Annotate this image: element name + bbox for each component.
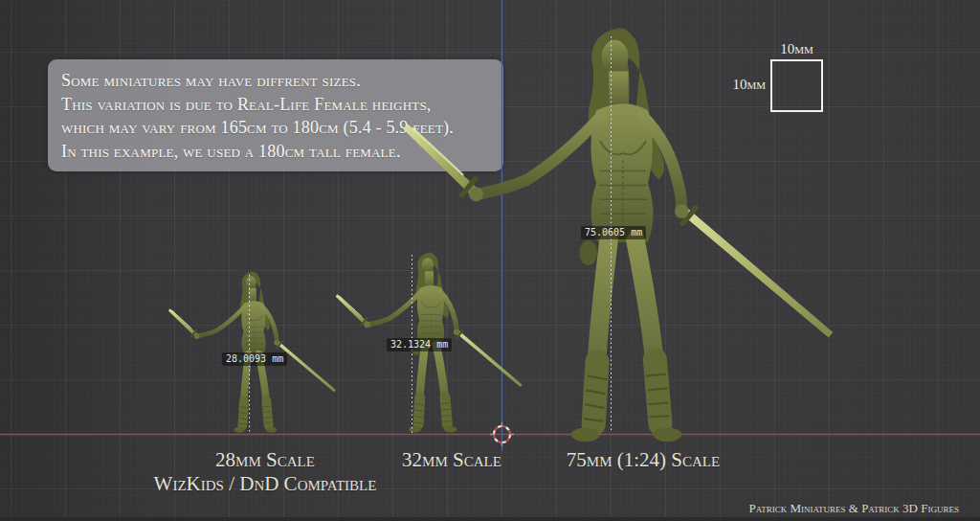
reference-square-top-label: 10mm [770,41,823,57]
scale-label-75mm: 75mm (1:24) Scale [567,448,720,472]
measurement-32mm: 32.1324 mm [387,338,452,351]
info-line-1: Some miniatures may have diffrent sizes. [61,69,503,93]
info-line-2: This variation is due to Real-Life Femal… [61,93,503,117]
reference-square-side-label: 10mm [725,77,766,93]
scale-sublabel-wizkids: WizKids / DnD Compatible [154,472,377,496]
measurement-75mm: 75.0605 mm [581,226,646,239]
scale-label-28mm: 28mm Scale [215,448,315,472]
scale-label-32mm: 32mm Scale [402,448,501,472]
measurement-28mm: 28.0093 mm [222,352,287,366]
reference-square-10mm [770,59,823,112]
footer-credit: Patrick Miniatures & Patrick 3D Figures [748,501,959,516]
blender-viewport-window: Some miniatures may have diffrent sizes.… [0,0,980,521]
info-line-3: which may vary from 165cm to 180cm (5.4 … [61,116,503,140]
bottom-strip [0,517,980,521]
